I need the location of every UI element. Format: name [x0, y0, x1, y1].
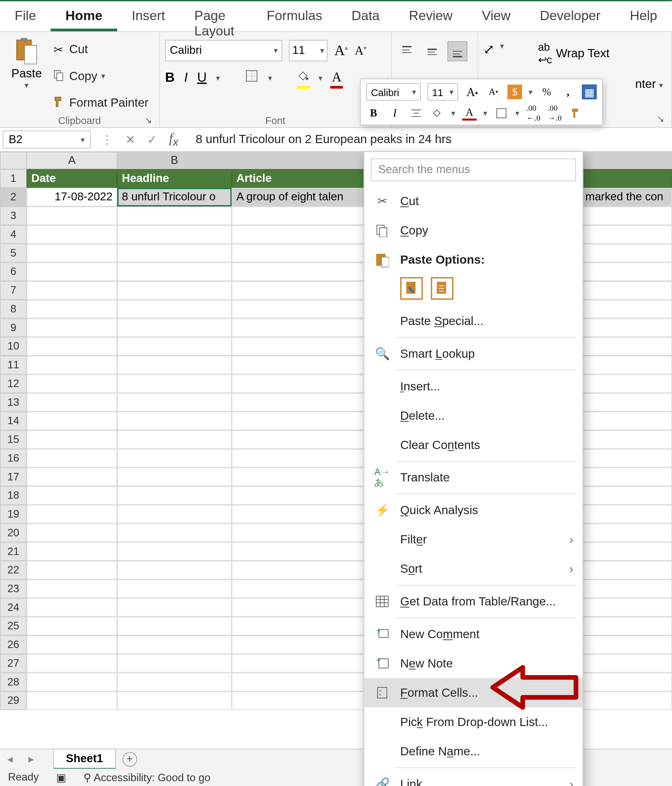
col-header-B[interactable]: B: [117, 152, 232, 169]
cell-empty[interactable]: [117, 318, 232, 337]
cell-empty[interactable]: [117, 691, 232, 710]
prev-sheet-icon[interactable]: ◄: [5, 754, 15, 764]
menu-clear-contents[interactable]: Clear Contents: [364, 430, 583, 460]
tab-review[interactable]: Review: [394, 3, 467, 31]
menu-insert[interactable]: Insert...: [364, 372, 583, 401]
header-date[interactable]: Date: [27, 169, 117, 188]
fill-color-icon[interactable]: [430, 106, 445, 121]
cell-empty[interactable]: [581, 580, 672, 598]
fill-color-button[interactable]: [297, 69, 309, 86]
cell-empty[interactable]: [117, 598, 232, 617]
menu-define-name[interactable]: Define Name...: [364, 737, 583, 766]
cell-empty[interactable]: [27, 542, 117, 561]
cell-empty[interactable]: [117, 673, 232, 692]
row-header[interactable]: 9: [0, 318, 27, 337]
accounting-format-icon[interactable]: $: [507, 85, 522, 99]
cancel-icon[interactable]: ✕: [126, 132, 135, 147]
row-header[interactable]: 8: [0, 300, 27, 319]
cell-empty[interactable]: [117, 654, 232, 673]
orientation-button[interactable]: ⤢: [483, 41, 495, 57]
cell-empty[interactable]: [27, 580, 117, 598]
cell-empty[interactable]: [27, 263, 117, 281]
cut-button[interactable]: ✂ Cut: [48, 37, 152, 61]
col-header-A[interactable]: A: [27, 152, 117, 169]
menu-quick-analysis[interactable]: ⚡ Quick Analysis: [364, 496, 583, 525]
font-color-icon[interactable]: A: [462, 106, 477, 121]
cell-empty[interactable]: [27, 617, 117, 635]
cell-empty[interactable]: [117, 486, 232, 505]
menu-sort[interactable]: Sort ›: [364, 554, 583, 584]
row-header[interactable]: 22: [0, 561, 27, 580]
fx-icon[interactable]: fx: [169, 130, 179, 149]
cell-empty[interactable]: [117, 374, 232, 393]
cell-empty[interactable]: [581, 225, 672, 244]
underline-button[interactable]: U: [197, 70, 207, 85]
menu-get-data[interactable]: Get Data from Table/Range...: [364, 587, 583, 616]
align-bottom-button[interactable]: [447, 41, 468, 61]
cell-empty[interactable]: [27, 598, 117, 617]
sheet-tab-sheet1[interactable]: Sheet1: [53, 748, 115, 770]
row-header[interactable]: 28: [0, 673, 27, 692]
cell-empty[interactable]: [27, 225, 117, 244]
cell-empty[interactable]: [27, 561, 117, 580]
cell-empty[interactable]: [117, 412, 232, 430]
cell-empty[interactable]: [27, 244, 117, 263]
format-painter-icon[interactable]: [569, 106, 583, 121]
row-header[interactable]: 18: [0, 486, 27, 505]
bold-button[interactable]: B: [366, 106, 381, 121]
percent-icon[interactable]: %: [540, 85, 554, 99]
next-sheet-icon[interactable]: ►: [27, 754, 36, 764]
cell-empty[interactable]: [581, 244, 672, 263]
tab-data[interactable]: Data: [337, 3, 394, 31]
cell-empty[interactable]: [27, 449, 117, 468]
cell-empty[interactable]: [581, 467, 672, 486]
cell-empty[interactable]: [117, 356, 232, 374]
comma-icon[interactable]: ,: [561, 85, 575, 99]
cell-empty[interactable]: [581, 523, 672, 542]
tab-page-layout[interactable]: Page Layout: [180, 3, 252, 31]
add-sheet-button[interactable]: +: [122, 751, 137, 766]
cell-empty[interactable]: [581, 561, 672, 580]
row-header[interactable]: 17: [0, 467, 27, 486]
menu-delete[interactable]: Delete...: [364, 401, 583, 430]
cell-empty[interactable]: [27, 635, 117, 654]
row-header[interactable]: 5: [0, 244, 27, 263]
chevron-down-icon[interactable]: ▾: [500, 41, 504, 57]
row-header[interactable]: 16: [0, 449, 27, 468]
row-header[interactable]: 3: [0, 206, 27, 225]
cell-empty[interactable]: [117, 523, 232, 542]
menu-search-input[interactable]: Search the menus: [371, 159, 576, 181]
dialog-launcher-icon[interactable]: ↘: [657, 114, 666, 123]
cell-C2-visible[interactable]: A group of eight talen: [232, 188, 361, 206]
cell-empty[interactable]: [27, 654, 117, 673]
select-all-corner[interactable]: [0, 152, 27, 169]
cell-empty[interactable]: [581, 654, 672, 673]
row-header[interactable]: 13: [0, 393, 27, 412]
cell-empty[interactable]: [117, 542, 232, 561]
chevron-down-icon[interactable]: ▾: [268, 73, 272, 82]
tab-file[interactable]: File: [0, 3, 51, 31]
cell-empty[interactable]: [581, 449, 672, 468]
cell-empty[interactable]: [117, 300, 232, 319]
cell-empty[interactable]: [581, 486, 672, 505]
cell-empty[interactable]: [581, 356, 672, 374]
cell-empty[interactable]: [581, 318, 672, 337]
cell-empty[interactable]: [117, 225, 232, 244]
cell-empty[interactable]: [27, 374, 117, 393]
paste-option-values[interactable]: [431, 277, 453, 299]
row-header[interactable]: 20: [0, 523, 27, 542]
cell-empty[interactable]: [581, 598, 672, 617]
conditional-format-icon[interactable]: ▦: [582, 85, 597, 99]
cell-empty[interactable]: [27, 673, 117, 692]
tab-developer[interactable]: Developer: [525, 3, 615, 31]
increase-font-icon[interactable]: A▴: [465, 85, 480, 99]
cell-empty[interactable]: [27, 337, 117, 356]
borders-button[interactable]: [245, 69, 259, 86]
row-header[interactable]: 2: [0, 188, 27, 206]
row-header[interactable]: 12: [0, 374, 27, 393]
increase-font-icon[interactable]: A▴: [334, 42, 348, 59]
accessibility-status[interactable]: ⚲ Accessibility: Good to go: [83, 771, 210, 784]
font-family-select[interactable]: Calibri ▾: [165, 40, 283, 61]
cell-empty[interactable]: [581, 412, 672, 430]
mini-size-select[interactable]: 11▾: [427, 83, 458, 101]
